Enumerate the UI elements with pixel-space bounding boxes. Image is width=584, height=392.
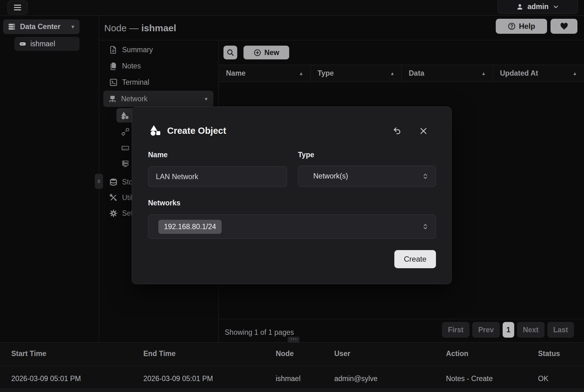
sort-asc-icon: ▲ bbox=[299, 71, 304, 76]
prev-page-button[interactable]: Prev bbox=[472, 322, 500, 338]
column-header-type[interactable]: Type ▲ bbox=[310, 65, 402, 82]
sort-asc-icon: ▲ bbox=[572, 71, 577, 76]
new-label: New bbox=[264, 48, 279, 57]
audit-cell-action: Notes - Create bbox=[446, 374, 493, 383]
user-menu-button[interactable]: admin bbox=[498, 0, 578, 14]
monitor-network-icon bbox=[108, 95, 117, 103]
app-window: admin Data Center ▼ bbox=[0, 0, 584, 392]
type-select[interactable]: Network(s) bbox=[298, 166, 436, 187]
nav-item-network[interactable]: Network ▼ bbox=[103, 91, 213, 107]
sort-asc-icon: ▲ bbox=[481, 71, 486, 76]
hard-drive-icon bbox=[121, 144, 130, 152]
sidebar-item-datacenter[interactable]: Data Center ▼ bbox=[3, 19, 79, 34]
undo-icon bbox=[393, 127, 402, 135]
favorite-button[interactable] bbox=[551, 19, 577, 34]
reset-button[interactable] bbox=[391, 125, 403, 137]
node-label: ishmael bbox=[30, 40, 55, 48]
nav-label-terminal: Terminal bbox=[122, 78, 149, 87]
nav-item-notes[interactable]: Notes bbox=[109, 58, 141, 73]
last-page-button[interactable]: Last bbox=[547, 322, 574, 338]
pagination-summary: Showing 1 of 1 pages bbox=[225, 328, 294, 337]
page-title-prefix: Node — bbox=[104, 23, 141, 33]
caret-down-icon: ▼ bbox=[204, 96, 208, 102]
search-icon bbox=[226, 48, 234, 57]
gear-icon bbox=[109, 209, 118, 218]
terminal-icon bbox=[109, 78, 118, 87]
sort-asc-icon: ▲ bbox=[390, 71, 395, 76]
panel-splitter-handle[interactable]: ⋯ bbox=[288, 337, 300, 343]
audit-column-start-time: Start Time bbox=[11, 349, 46, 358]
node-icon bbox=[19, 40, 27, 48]
datacenter-label: Data Center bbox=[20, 23, 60, 31]
chevron-down-icon bbox=[552, 3, 559, 10]
objects-table-header: Name ▲ Type ▲ Data ▲ Updated At ▲ bbox=[219, 65, 584, 82]
shapes-icon bbox=[150, 124, 161, 136]
nav-subitem-vector[interactable] bbox=[121, 128, 130, 136]
nav-item-terminal[interactable]: Terminal bbox=[109, 75, 149, 90]
networks-multiselect[interactable]: 192.168.80.1/24 bbox=[148, 214, 436, 239]
database-icon bbox=[109, 178, 118, 186]
hamburger-icon bbox=[13, 3, 22, 12]
close-icon bbox=[419, 127, 428, 135]
nav-label-summary: Summary bbox=[122, 46, 153, 54]
page-title: Node — ishmael bbox=[104, 23, 176, 33]
caret-down-icon: ▼ bbox=[70, 24, 75, 29]
audit-cell-node: ishmael bbox=[276, 374, 300, 383]
new-object-button[interactable]: New bbox=[243, 46, 289, 59]
audit-bottom-strip bbox=[0, 389, 584, 392]
audit-header-divider bbox=[0, 366, 584, 366]
audit-column-user: User bbox=[334, 349, 350, 358]
menu-button[interactable] bbox=[8, 1, 28, 14]
create-button[interactable]: Create bbox=[394, 250, 436, 268]
server-rack-icon bbox=[8, 23, 16, 31]
nav-label-network: Network bbox=[121, 95, 147, 103]
name-field[interactable] bbox=[148, 166, 287, 187]
nav-item-summary[interactable]: Summary bbox=[109, 42, 153, 57]
pagination-divider bbox=[218, 319, 584, 319]
type-select-value: Network(s) bbox=[313, 172, 348, 180]
name-label: Name bbox=[148, 151, 168, 159]
chevrons-up-down-icon bbox=[421, 223, 429, 231]
audit-column-action: Action bbox=[446, 349, 469, 358]
audit-cell-user: admin@sylve bbox=[334, 374, 377, 383]
modal-title: Create Object bbox=[167, 126, 226, 136]
circle-plus-icon bbox=[254, 49, 261, 57]
networks-label: Networks bbox=[148, 199, 181, 207]
nav-label-notes: Notes bbox=[122, 62, 141, 70]
grip-vertical-icon bbox=[96, 178, 102, 184]
column-header-data[interactable]: Data ▲ bbox=[402, 65, 493, 82]
page-title-node: ishmael bbox=[141, 23, 176, 33]
top-bar bbox=[0, 0, 584, 16]
audit-column-node: Node bbox=[276, 349, 294, 358]
close-button[interactable] bbox=[418, 125, 429, 137]
route-icon bbox=[121, 128, 130, 136]
type-label: Type bbox=[298, 151, 314, 159]
header-divider bbox=[99, 40, 584, 40]
help-label: Help bbox=[519, 22, 535, 31]
pagination-controls: First Prev 1 Next Last bbox=[442, 322, 574, 338]
next-page-button[interactable]: Next bbox=[517, 322, 545, 338]
audit-cell-start-time: 2026-03-09 05:01 PM bbox=[11, 374, 81, 383]
user-icon bbox=[516, 3, 524, 11]
network-tag[interactable]: 192.168.80.1/24 bbox=[158, 220, 222, 234]
chevrons-up-down-icon bbox=[421, 172, 429, 180]
first-page-button[interactable]: First bbox=[442, 322, 469, 338]
nav-subitem-switches[interactable] bbox=[121, 160, 130, 168]
user-name: admin bbox=[527, 3, 549, 11]
audit-cell-end-time: 2026-03-09 05:01 PM bbox=[143, 374, 213, 383]
tools-icon bbox=[109, 193, 118, 202]
help-circle-icon bbox=[508, 22, 516, 30]
audit-cell-status: OK bbox=[538, 374, 548, 383]
current-page-button[interactable]: 1 bbox=[503, 322, 514, 338]
column-header-updated-at[interactable]: Updated At ▲ bbox=[493, 65, 584, 82]
sidebar-resize-grip[interactable] bbox=[95, 174, 103, 189]
create-object-modal: Create Object Name Type Network(s) bbox=[132, 107, 452, 284]
sidebar-item-node-ishmael[interactable]: ishmael bbox=[14, 37, 79, 51]
audit-column-end-time: End Time bbox=[143, 349, 176, 358]
column-header-name[interactable]: Name ▲ bbox=[219, 65, 310, 82]
audit-column-status: Status bbox=[538, 349, 560, 358]
search-button[interactable] bbox=[223, 46, 237, 59]
notes-file-icon bbox=[109, 62, 118, 70]
nav-subitem-interfaces[interactable] bbox=[121, 144, 130, 152]
help-button[interactable]: Help bbox=[496, 19, 547, 34]
